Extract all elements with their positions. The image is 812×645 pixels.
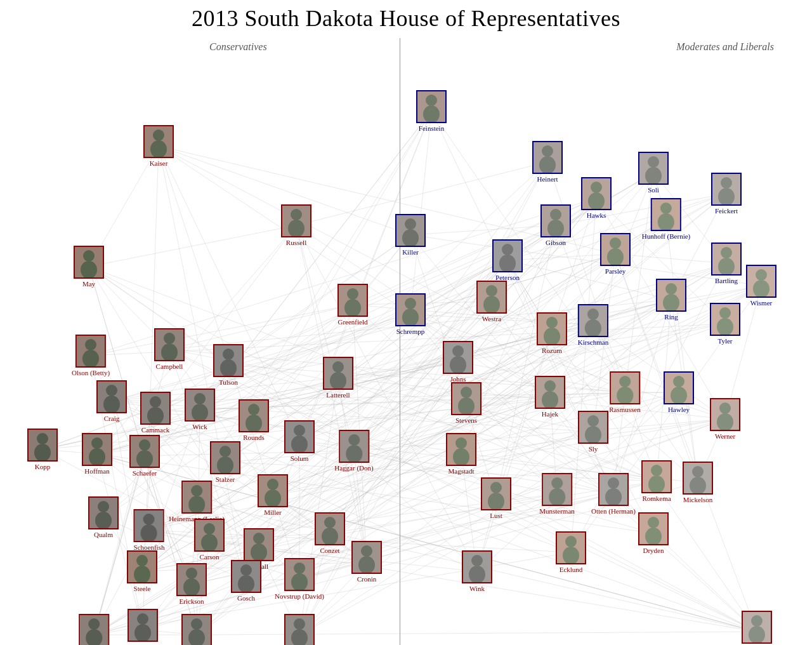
photo-heinert [532, 141, 563, 174]
photo-olson [75, 335, 106, 368]
photo-kaiser [143, 125, 174, 158]
photo-stevens [451, 382, 481, 415]
node-rozum: Rozum [537, 312, 567, 354]
label-mickelson: Mickelson [683, 496, 712, 503]
label-olson: Olson (Betty) [72, 369, 110, 376]
label-kaiser: Kaiser [150, 159, 168, 167]
photo-stalzer [210, 441, 240, 474]
label-hajek: Hajek [542, 410, 558, 418]
node-hoffman: Hoffman [82, 433, 112, 475]
node-hawks: Hawks [581, 177, 612, 219]
photo-campbell [154, 328, 185, 361]
label-wismer: Wismer [750, 299, 772, 307]
photo-steele [127, 550, 157, 583]
photo-duvall [244, 528, 274, 561]
photo-novstrupdavid [284, 558, 315, 591]
node-ring: Ring [656, 279, 686, 321]
node-schaefer: Schaefer [129, 435, 160, 477]
photo-carson [194, 519, 225, 552]
photo-rounds [239, 399, 269, 432]
label-feinstein: Feinstein [419, 124, 444, 132]
photo-wismer [746, 265, 776, 298]
photo-schaefer [129, 435, 160, 468]
photo-solum [284, 420, 315, 453]
node-carson: Carson [194, 519, 225, 561]
node-miller: Miller [258, 474, 288, 516]
node-conzet: Conzet [315, 512, 345, 554]
photo-soli [638, 152, 669, 185]
label-sly: Sly [589, 445, 598, 453]
label-westra: Westra [482, 315, 501, 322]
photo-westra [476, 281, 507, 314]
node-cammack: Cammack [140, 392, 171, 434]
svg-line-160 [296, 225, 354, 451]
svg-line-316 [666, 219, 698, 482]
label-wink: Wink [469, 585, 485, 592]
photo-sly [578, 411, 608, 444]
node-erickson: Erickson [176, 563, 207, 605]
chart-area: Conservatives Moderates and Liberals Kai… [0, 38, 812, 645]
photo-kopp [27, 429, 58, 462]
svg-line-215 [94, 581, 246, 635]
photo-johns [443, 341, 473, 374]
node-johns: Johns [443, 341, 473, 383]
photo-russell [281, 204, 311, 237]
photo-killer [395, 214, 426, 247]
label-feickert: Feickert [715, 207, 738, 215]
label-kopp: Kopp [35, 463, 50, 470]
svg-line-69 [410, 225, 556, 235]
node-wick: Wick [185, 389, 215, 430]
label-hoffman: Hoffman [84, 467, 110, 475]
node-westra: Westra [476, 281, 507, 322]
photo-hansen [181, 614, 212, 645]
node-feinstein: Feinstein [416, 90, 447, 132]
svg-line-102 [200, 325, 593, 409]
svg-line-318 [159, 146, 299, 441]
svg-line-124 [89, 225, 296, 267]
node-cronin: Cronin [351, 541, 382, 583]
label-steele: Steele [134, 585, 151, 592]
label-solum: Solum [291, 455, 309, 462]
photo-conzet [315, 512, 345, 545]
node-schrempp: Schrempp [395, 293, 426, 335]
node-haggardon: Haggar (Don) [334, 430, 373, 472]
label-parsley: Parsley [605, 267, 625, 275]
photo-hawks [581, 177, 612, 210]
node-dryden: Dryden [638, 512, 669, 554]
photo-ecklund [556, 531, 586, 564]
node-qualm: Qualm [88, 496, 119, 538]
label-cammack: Cammack [141, 426, 170, 434]
label-rasmussen: Rasmussen [609, 406, 641, 413]
label-tyler: Tyler [717, 337, 732, 345]
node-rasmussen: Rasmussen [609, 371, 641, 413]
label-greenfield: Greenfield [337, 318, 367, 326]
label-carson: Carson [199, 553, 219, 561]
node-ecklund: Ecklund [556, 531, 586, 573]
label-gosch: Gosch [237, 594, 255, 602]
label-lust: Lust [490, 512, 502, 519]
photo-hoffman [82, 433, 112, 466]
label-craig: Craig [104, 415, 119, 422]
svg-line-237 [112, 401, 593, 432]
node-schoenfish: Schoenfish [134, 509, 165, 551]
node-peterson: Peterson [492, 239, 523, 281]
node-romkema: Romkema [641, 460, 672, 502]
photo-gibson [540, 204, 571, 237]
photo-haggardon [339, 430, 369, 463]
node-stalzer: Stalzer [210, 441, 240, 483]
node-soli: Soli [638, 152, 669, 194]
network-connections [0, 38, 812, 645]
photo-feinstein [416, 90, 447, 123]
svg-line-243 [197, 632, 757, 635]
page-title: 2013 South Dakota House of Representativ… [0, 0, 812, 32]
node-hajek: Hajek [535, 376, 565, 418]
label-heinert: Heinert [537, 175, 558, 183]
photo-heinemannleslie [181, 481, 212, 514]
node-magstadt: Magstadt [446, 433, 476, 475]
node-sly: Sly [578, 411, 608, 453]
photo-erickson [176, 563, 207, 596]
conservatives-label: Conservatives [209, 41, 267, 53]
node-stevens: Stevens [451, 382, 481, 424]
label-rounds: Rounds [243, 434, 265, 441]
photo-rozum [537, 312, 567, 345]
